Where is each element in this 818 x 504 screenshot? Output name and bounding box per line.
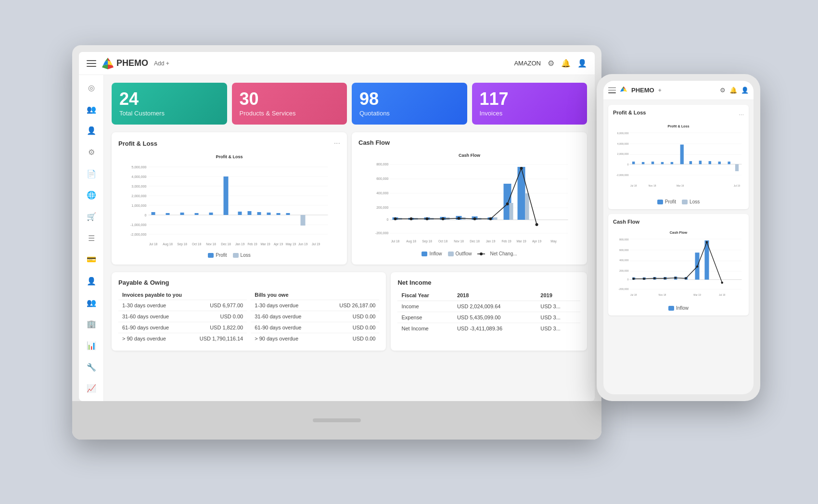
svg-point-85 bbox=[473, 217, 476, 220]
bell-icon[interactable]: 🔔 bbox=[561, 59, 571, 68]
svg-text:5,000,000: 5,000,000 bbox=[131, 165, 146, 169]
svg-text:Jul 18: Jul 18 bbox=[630, 293, 637, 296]
profit-label: Profit bbox=[216, 252, 227, 258]
invoices-table: Invoices payable to you 1-30 days overdu… bbox=[118, 290, 247, 344]
sidebar-list-icon[interactable]: ☰ bbox=[84, 231, 99, 245]
svg-point-156 bbox=[643, 277, 645, 280]
net-income-table: Fiscal Year 2018 2019 Income USD bbox=[397, 290, 580, 334]
svg-rect-34 bbox=[286, 213, 290, 215]
row-label: Expense bbox=[397, 312, 453, 323]
svg-marker-5 bbox=[108, 64, 114, 69]
svg-rect-25 bbox=[180, 213, 184, 215]
sidebar-dashboard-icon[interactable]: ◎ bbox=[84, 81, 99, 95]
svg-point-81 bbox=[410, 217, 413, 220]
profit-loss-menu[interactable]: ··· bbox=[334, 139, 340, 148]
hamburger-menu-icon[interactable] bbox=[87, 60, 96, 67]
user-icon[interactable]: 👤 bbox=[577, 59, 587, 68]
row-2019: USD 3... bbox=[537, 323, 580, 334]
mobile-profit-loss-panel: Profit & Loss ··· Profit & Loss 6,000,00… bbox=[608, 105, 749, 209]
svg-point-87 bbox=[506, 202, 509, 205]
profit-loss-panel: Profit & Loss ··· Profit & Loss 5,000,00… bbox=[112, 132, 347, 265]
svg-text:4,000,000: 4,000,000 bbox=[617, 142, 628, 145]
svg-text:0: 0 bbox=[627, 163, 629, 166]
svg-rect-119 bbox=[642, 162, 644, 164]
table-row: 1-30 days overdueUSD 26,187.00 bbox=[251, 300, 379, 311]
svg-rect-28 bbox=[224, 176, 229, 215]
payable-owing-header: Payable & Owing bbox=[118, 279, 379, 286]
svg-text:Jun 19: Jun 19 bbox=[298, 242, 308, 246]
stat-card-quotations[interactable]: 98 Quotations bbox=[352, 83, 467, 125]
col-2019: 2019 bbox=[537, 290, 580, 301]
row-label: > 90 days overdue bbox=[251, 333, 322, 344]
svg-text:Cash Flow: Cash Flow bbox=[459, 153, 481, 158]
table-row: Expense USD 5,435,099.00 USD 3... bbox=[397, 312, 580, 323]
svg-point-155 bbox=[632, 277, 635, 280]
mobile-settings-icon[interactable]: ⚙ bbox=[720, 87, 726, 94]
sidebar-payment-icon[interactable]: 💳 bbox=[84, 252, 99, 266]
svg-rect-79 bbox=[525, 193, 529, 220]
table-row: Income USD 2,024,009.64 USD 3... bbox=[397, 301, 580, 312]
svg-text:Oct 18: Oct 18 bbox=[192, 242, 202, 246]
sidebar-contact-icon[interactable]: 👤 bbox=[84, 274, 99, 288]
mobile-pl-menu[interactable]: ··· bbox=[739, 111, 744, 118]
sidebar-report-icon[interactable]: 📊 bbox=[84, 339, 99, 353]
svg-text:0: 0 bbox=[387, 218, 389, 221]
svg-point-83 bbox=[442, 217, 445, 220]
table-row: 1-30 days overdueUSD 6,977.00 bbox=[118, 300, 247, 311]
products-label: Products & Services bbox=[240, 110, 340, 117]
mobile-bell-icon[interactable]: 🔔 bbox=[729, 87, 737, 94]
svg-rect-77 bbox=[494, 217, 498, 220]
invoices-col-header: Invoices payable to you bbox=[118, 290, 247, 300]
sidebar-tools-icon[interactable]: 🔧 bbox=[84, 360, 99, 374]
sidebar-customers-icon[interactable]: 👥 bbox=[84, 102, 99, 116]
sidebar-org-icon[interactable]: 🏢 bbox=[84, 317, 99, 331]
svg-text:Jul 19: Jul 19 bbox=[734, 184, 740, 187]
stat-card-customers[interactable]: 24 Total Customers bbox=[112, 83, 227, 125]
cash-flow-title: Cash Flow bbox=[358, 139, 390, 146]
logo-icon bbox=[101, 57, 115, 70]
sidebar-team-icon[interactable]: 👥 bbox=[84, 296, 99, 310]
sidebar-person-icon[interactable]: 👤 bbox=[84, 124, 99, 138]
mobile-pl-title: Profit & Loss bbox=[613, 110, 646, 115]
svg-text:600,000: 600,000 bbox=[376, 177, 388, 180]
settings-icon[interactable]: ⚙ bbox=[548, 59, 554, 68]
svg-text:Jul 18: Jul 18 bbox=[149, 242, 158, 246]
row-label: 61-90 days overdue bbox=[251, 322, 322, 333]
mobile-screen: PHEMO + ⚙ 🔔 👤 Profit & Loss ··· bbox=[603, 81, 754, 394]
products-number: 30 bbox=[240, 90, 340, 108]
svg-text:Aug 18: Aug 18 bbox=[406, 239, 416, 243]
add-button[interactable]: Add + bbox=[154, 60, 169, 67]
stat-card-products[interactable]: 30 Products & Services bbox=[232, 83, 347, 125]
net-change-label: Net Chang... bbox=[490, 251, 517, 256]
mobile-user-icon[interactable]: 👤 bbox=[741, 87, 749, 94]
mobile-device: PHEMO + ⚙ 🔔 👤 Profit & Loss ··· bbox=[597, 74, 760, 401]
svg-text:-200,000: -200,000 bbox=[618, 288, 628, 290]
outflow-dot bbox=[448, 252, 454, 256]
svg-text:-2,000,000: -2,000,000 bbox=[616, 174, 629, 176]
table-row: > 90 days overdueUSD 0.00 bbox=[251, 333, 379, 344]
m-profit-dot bbox=[657, 200, 663, 204]
sidebar-stats-icon[interactable]: 📈 bbox=[84, 381, 99, 395]
svg-text:6,000,000: 6,000,000 bbox=[617, 132, 628, 135]
mobile-header-icons: ⚙ 🔔 👤 bbox=[720, 87, 749, 94]
cash-flow-legend: Inflow Outflow Net Chang.. bbox=[358, 251, 580, 256]
svg-text:Profit & Loss: Profit & Loss bbox=[216, 154, 243, 159]
svg-rect-33 bbox=[277, 213, 281, 215]
sidebar-globe-icon[interactable]: 🌐 bbox=[84, 188, 99, 202]
svg-point-89 bbox=[536, 223, 538, 226]
payable-owing-title: Payable & Owing bbox=[118, 279, 169, 286]
cash-flow-header: Cash Flow bbox=[358, 139, 580, 146]
app-header: PHEMO Add + AMAZON ⚙ 🔔 👤 bbox=[79, 52, 595, 75]
mobile-add-icon[interactable]: + bbox=[658, 87, 662, 94]
sidebar-docs-icon[interactable]: 📄 bbox=[84, 167, 99, 181]
svg-point-82 bbox=[426, 217, 429, 220]
row-value: USD 6,977.00 bbox=[185, 300, 247, 311]
svg-rect-30 bbox=[248, 211, 252, 215]
sidebar-cart-icon[interactable]: 🛒 bbox=[84, 210, 99, 224]
svg-text:2,000,000: 2,000,000 bbox=[617, 152, 628, 155]
stat-card-invoices[interactable]: 117 Invoices bbox=[472, 83, 588, 125]
mobile-menu-icon[interactable] bbox=[608, 88, 616, 93]
loss-label: Loss bbox=[241, 252, 251, 258]
sidebar-settings-icon[interactable]: ⚙ bbox=[84, 145, 99, 159]
svg-rect-126 bbox=[709, 161, 711, 164]
